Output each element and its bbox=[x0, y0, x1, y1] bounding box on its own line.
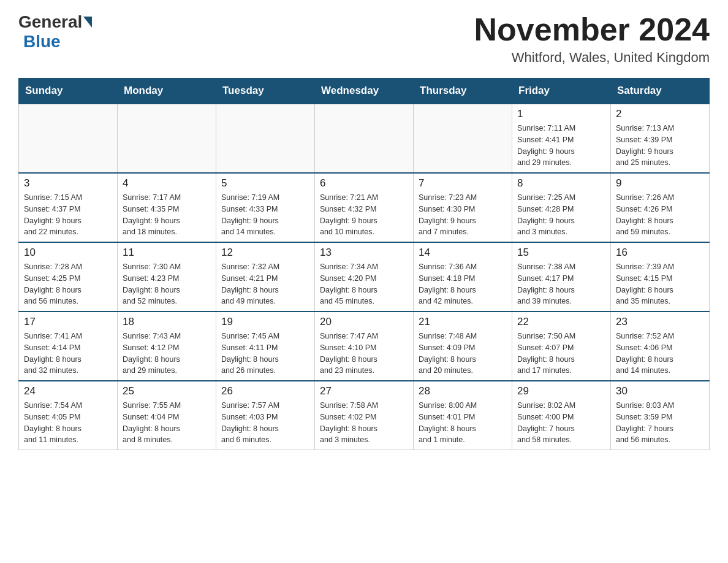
week-row-4: 17Sunrise: 7:41 AMSunset: 4:14 PMDayligh… bbox=[19, 312, 710, 381]
day-info: Sunrise: 7:38 AMSunset: 4:17 PMDaylight:… bbox=[517, 261, 605, 307]
location-subtitle: Whitford, Wales, United Kingdom bbox=[474, 50, 710, 66]
page-header: General Blue November 2024 Whitford, Wal… bbox=[18, 12, 710, 66]
day-number: 29 bbox=[517, 385, 605, 397]
day-number: 9 bbox=[616, 177, 704, 190]
day-number: 21 bbox=[419, 316, 507, 328]
day-info: Sunrise: 7:39 AMSunset: 4:15 PMDaylight:… bbox=[616, 261, 704, 307]
day-info: Sunrise: 7:11 AMSunset: 4:41 PMDaylight:… bbox=[517, 123, 605, 169]
day-info: Sunrise: 8:00 AMSunset: 4:01 PMDaylight:… bbox=[419, 400, 507, 446]
day-number: 23 bbox=[616, 316, 704, 328]
week-row-3: 10Sunrise: 7:28 AMSunset: 4:25 PMDayligh… bbox=[19, 242, 710, 312]
calendar-cell bbox=[19, 104, 118, 173]
day-info: Sunrise: 7:57 AMSunset: 4:03 PMDaylight:… bbox=[221, 400, 309, 446]
calendar-cell: 24Sunrise: 7:54 AMSunset: 4:05 PMDayligh… bbox=[19, 381, 118, 450]
day-info: Sunrise: 7:25 AMSunset: 4:28 PMDaylight:… bbox=[517, 192, 605, 238]
day-number: 6 bbox=[320, 177, 408, 190]
calendar-cell: 8Sunrise: 7:25 AMSunset: 4:28 PMDaylight… bbox=[512, 173, 611, 242]
day-number: 18 bbox=[123, 316, 211, 328]
calendar-cell: 14Sunrise: 7:36 AMSunset: 4:18 PMDayligh… bbox=[414, 242, 512, 312]
weekday-header-sunday: Sunday bbox=[19, 79, 118, 104]
logo-arrow-icon bbox=[83, 17, 92, 28]
day-number: 22 bbox=[517, 316, 605, 328]
calendar-cell: 13Sunrise: 7:34 AMSunset: 4:20 PMDayligh… bbox=[315, 242, 414, 312]
calendar-cell: 25Sunrise: 7:55 AMSunset: 4:04 PMDayligh… bbox=[118, 381, 216, 450]
calendar-cell: 5Sunrise: 7:19 AMSunset: 4:33 PMDaylight… bbox=[216, 173, 315, 242]
day-number: 27 bbox=[320, 385, 408, 397]
logo-blue-text: Blue bbox=[23, 32, 61, 51]
weekday-header-thursday: Thursday bbox=[414, 79, 512, 104]
day-number: 7 bbox=[419, 177, 507, 190]
day-info: Sunrise: 7:15 AMSunset: 4:37 PMDaylight:… bbox=[24, 192, 112, 238]
week-row-1: 1Sunrise: 7:11 AMSunset: 4:41 PMDaylight… bbox=[19, 104, 710, 173]
calendar-cell: 23Sunrise: 7:52 AMSunset: 4:06 PMDayligh… bbox=[611, 312, 710, 381]
day-number: 2 bbox=[616, 108, 704, 120]
day-number: 26 bbox=[221, 385, 309, 397]
day-number: 11 bbox=[123, 247, 211, 259]
day-info: Sunrise: 7:21 AMSunset: 4:32 PMDaylight:… bbox=[320, 192, 408, 238]
day-number: 24 bbox=[24, 385, 112, 397]
calendar-cell: 28Sunrise: 8:00 AMSunset: 4:01 PMDayligh… bbox=[414, 381, 512, 450]
calendar-cell: 3Sunrise: 7:15 AMSunset: 4:37 PMDaylight… bbox=[19, 173, 118, 242]
calendar-cell: 18Sunrise: 7:43 AMSunset: 4:12 PMDayligh… bbox=[118, 312, 216, 381]
day-info: Sunrise: 7:52 AMSunset: 4:06 PMDaylight:… bbox=[616, 331, 704, 377]
day-info: Sunrise: 7:43 AMSunset: 4:12 PMDaylight:… bbox=[123, 331, 211, 377]
calendar-cell: 12Sunrise: 7:32 AMSunset: 4:21 PMDayligh… bbox=[216, 242, 315, 312]
day-info: Sunrise: 7:45 AMSunset: 4:11 PMDaylight:… bbox=[221, 331, 309, 377]
day-info: Sunrise: 7:55 AMSunset: 4:04 PMDaylight:… bbox=[123, 400, 211, 446]
day-number: 4 bbox=[123, 177, 211, 190]
weekday-header-saturday: Saturday bbox=[611, 79, 710, 104]
day-info: Sunrise: 7:36 AMSunset: 4:18 PMDaylight:… bbox=[419, 261, 507, 307]
calendar-header-row: SundayMondayTuesdayWednesdayThursdayFrid… bbox=[19, 79, 710, 104]
calendar-cell: 10Sunrise: 7:28 AMSunset: 4:25 PMDayligh… bbox=[19, 242, 118, 312]
calendar-cell: 15Sunrise: 7:38 AMSunset: 4:17 PMDayligh… bbox=[512, 242, 611, 312]
day-info: Sunrise: 7:32 AMSunset: 4:21 PMDaylight:… bbox=[221, 261, 309, 307]
calendar-cell: 19Sunrise: 7:45 AMSunset: 4:11 PMDayligh… bbox=[216, 312, 315, 381]
day-number: 25 bbox=[123, 385, 211, 397]
day-info: Sunrise: 7:28 AMSunset: 4:25 PMDaylight:… bbox=[24, 261, 112, 307]
day-info: Sunrise: 7:19 AMSunset: 4:33 PMDaylight:… bbox=[221, 192, 309, 238]
day-number: 5 bbox=[221, 177, 309, 190]
calendar-cell: 6Sunrise: 7:21 AMSunset: 4:32 PMDaylight… bbox=[315, 173, 414, 242]
calendar-cell: 22Sunrise: 7:50 AMSunset: 4:07 PMDayligh… bbox=[512, 312, 611, 381]
day-number: 12 bbox=[221, 247, 309, 259]
day-number: 30 bbox=[616, 385, 704, 397]
calendar-cell: 21Sunrise: 7:48 AMSunset: 4:09 PMDayligh… bbox=[414, 312, 512, 381]
day-info: Sunrise: 7:23 AMSunset: 4:30 PMDaylight:… bbox=[419, 192, 507, 238]
month-title: November 2024 bbox=[474, 12, 710, 47]
calendar-cell bbox=[315, 104, 414, 173]
day-number: 20 bbox=[320, 316, 408, 328]
day-info: Sunrise: 7:17 AMSunset: 4:35 PMDaylight:… bbox=[123, 192, 211, 238]
calendar-cell: 20Sunrise: 7:47 AMSunset: 4:10 PMDayligh… bbox=[315, 312, 414, 381]
calendar-cell: 26Sunrise: 7:57 AMSunset: 4:03 PMDayligh… bbox=[216, 381, 315, 450]
week-row-2: 3Sunrise: 7:15 AMSunset: 4:37 PMDaylight… bbox=[19, 173, 710, 242]
day-info: Sunrise: 7:13 AMSunset: 4:39 PMDaylight:… bbox=[616, 123, 704, 169]
day-info: Sunrise: 8:02 AMSunset: 4:00 PMDaylight:… bbox=[517, 400, 605, 446]
day-number: 19 bbox=[221, 316, 309, 328]
calendar-table: SundayMondayTuesdayWednesdayThursdayFrid… bbox=[18, 78, 710, 450]
calendar-cell: 7Sunrise: 7:23 AMSunset: 4:30 PMDaylight… bbox=[414, 173, 512, 242]
day-info: Sunrise: 7:48 AMSunset: 4:09 PMDaylight:… bbox=[419, 331, 507, 377]
calendar-cell: 1Sunrise: 7:11 AMSunset: 4:41 PMDaylight… bbox=[512, 104, 611, 173]
day-number: 17 bbox=[24, 316, 112, 328]
calendar-cell bbox=[118, 104, 216, 173]
weekday-header-friday: Friday bbox=[512, 79, 611, 104]
calendar-cell: 11Sunrise: 7:30 AMSunset: 4:23 PMDayligh… bbox=[118, 242, 216, 312]
day-info: Sunrise: 7:34 AMSunset: 4:20 PMDaylight:… bbox=[320, 261, 408, 307]
calendar-cell: 29Sunrise: 8:02 AMSunset: 4:00 PMDayligh… bbox=[512, 381, 611, 450]
day-number: 3 bbox=[24, 177, 112, 190]
day-number: 1 bbox=[517, 108, 605, 120]
day-number: 28 bbox=[419, 385, 507, 397]
calendar-cell: 4Sunrise: 7:17 AMSunset: 4:35 PMDaylight… bbox=[118, 173, 216, 242]
weekday-header-wednesday: Wednesday bbox=[315, 79, 414, 104]
logo: General Blue bbox=[18, 12, 93, 52]
day-info: Sunrise: 7:47 AMSunset: 4:10 PMDaylight:… bbox=[320, 331, 408, 377]
weekday-header-monday: Monday bbox=[118, 79, 216, 104]
day-info: Sunrise: 7:50 AMSunset: 4:07 PMDaylight:… bbox=[517, 331, 605, 377]
day-info: Sunrise: 7:30 AMSunset: 4:23 PMDaylight:… bbox=[123, 261, 211, 307]
weekday-header-tuesday: Tuesday bbox=[216, 79, 315, 104]
day-number: 10 bbox=[24, 247, 112, 259]
day-number: 14 bbox=[419, 247, 507, 259]
day-info: Sunrise: 7:58 AMSunset: 4:02 PMDaylight:… bbox=[320, 400, 408, 446]
day-info: Sunrise: 7:26 AMSunset: 4:26 PMDaylight:… bbox=[616, 192, 704, 238]
day-info: Sunrise: 8:03 AMSunset: 3:59 PMDaylight:… bbox=[616, 400, 704, 446]
